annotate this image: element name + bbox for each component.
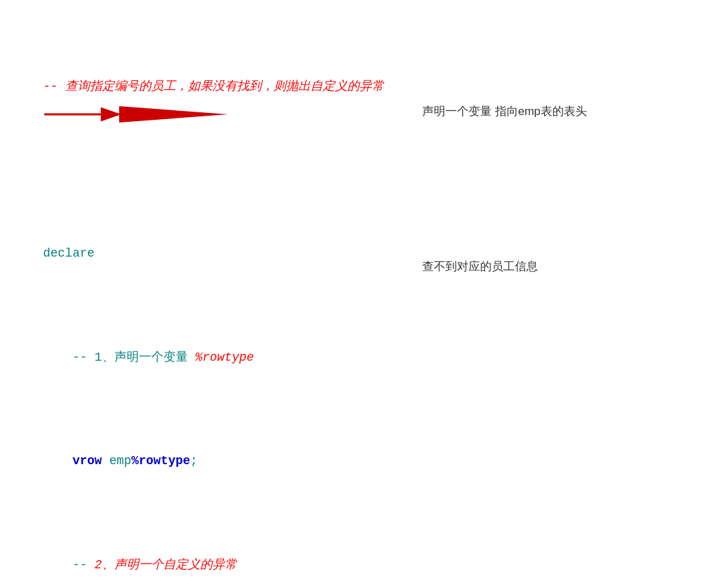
comment1-rowtype: %rowtype [195,351,253,364]
arrow-body [119,106,228,123]
annotation-below-select: 查不到对应的员工信息 [422,259,538,274]
code-container: -- 查询指定编号的员工，如果没有找到，则抛出自定义的异常 declare --… [14,14,714,586]
comment2-prefix: -- [43,558,95,572]
arrow-svg [37,101,242,128]
vrow-semicolon: ; [190,454,197,468]
declare-line: declare [14,222,714,284]
comment2-text: 2、声明一个自定义的异常 [95,558,237,572]
comment2-line: -- 2、声明一个自定义的异常 [14,534,714,586]
comment1-line: -- 1、声明一个变量 %rowtype [14,326,714,389]
vrow-indent [43,454,72,468]
annotation-right-text: 声明一个变量 指向emp表的表头 [422,103,587,119]
declare-keyword: declare [43,246,95,260]
vrow-percent: %rowtype [131,454,190,468]
blank-line-1 [14,159,714,180]
comment1-text: 1、声明一个变量 [95,351,195,364]
comment1-dashes: -- [43,351,95,364]
vrow-declaration-line: vrow emp%rowtype; [14,430,714,493]
vrow-keyword: vrow [72,454,101,468]
comment-title-text: -- 查询指定编号的员工，如果没有找到，则抛出自定义的异常 [43,80,383,93]
arrow-annotation [37,101,242,128]
vrow-space: emp [102,454,131,468]
